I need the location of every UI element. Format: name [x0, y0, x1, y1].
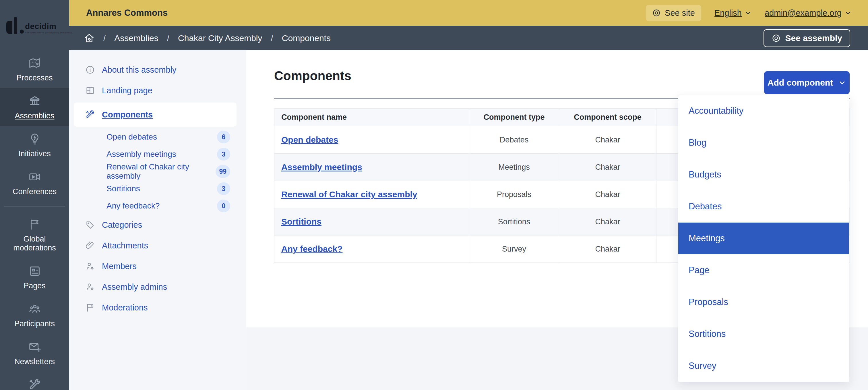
sidebar-item-conferences[interactable]: Conferences: [0, 164, 69, 202]
logo-wordmark: decidim: [25, 22, 72, 30]
see-site-button[interactable]: See site: [646, 5, 701, 21]
flag-icon: [28, 218, 41, 231]
layout-icon: [85, 86, 95, 95]
sidebar-item-participants[interactable]: Participants: [0, 296, 69, 334]
assembly-menu: About this assembly Landing page Compone…: [69, 50, 246, 390]
breadcrumb: / Assemblies / Chakar City Assembly / Co…: [0, 26, 868, 50]
column-header-component-scope: Component scope: [559, 109, 656, 126]
menu-item-categories[interactable]: Categories: [69, 214, 246, 235]
tools-icon: [28, 378, 41, 390]
tools-icon: [85, 110, 95, 119]
topbar: Annares Commons See site English admin@e…: [0, 0, 868, 26]
see-assembly-label: See assembly: [785, 33, 842, 43]
menu-option-accountability[interactable]: Accountability: [678, 95, 849, 127]
add-component-menu: Accountability Blog Budgets Debates Meet…: [678, 95, 849, 382]
decidim-logo-glyph: [6, 17, 25, 34]
sidebar-item-pages[interactable]: Pages: [0, 258, 69, 296]
menu-option-survey[interactable]: Survey: [678, 350, 849, 382]
sidebar-item-initiatives[interactable]: Initiatives: [0, 126, 69, 164]
mail-plus-icon: [28, 340, 41, 354]
flag-icon: [85, 303, 95, 312]
menu-item-assembly-meetings[interactable]: Assembly meetings 3: [69, 146, 246, 163]
map-icon: [28, 57, 41, 70]
add-component-label: Add component: [768, 78, 833, 88]
component-scope: Chakar: [559, 181, 656, 208]
component-scope: Chakar: [559, 154, 656, 181]
home-link[interactable]: [84, 33, 95, 44]
decidim-logo[interactable]: decidim free open-source participatory d…: [0, 0, 69, 37]
component-link-open-debates[interactable]: Open debates: [281, 135, 338, 145]
sidebar-item-newsletters[interactable]: Newsletters: [0, 334, 69, 372]
account-label: admin@example.org: [765, 8, 842, 18]
sidebar-item-settings[interactable]: Settings: [0, 372, 69, 390]
logo-tagline: free open-source participatory democracy: [25, 32, 72, 34]
menu-option-blog[interactable]: Blog: [678, 127, 849, 159]
component-scope: Chakar: [559, 236, 656, 263]
bank-icon: [28, 94, 41, 108]
menu-option-budgets[interactable]: Budgets: [678, 159, 849, 191]
menu-option-meetings[interactable]: Meetings: [678, 222, 849, 254]
sidebar-item-global-moderations[interactable]: Global moderations: [0, 211, 69, 258]
component-scope: Chakar: [559, 126, 656, 154]
menu-item-members[interactable]: Members: [69, 256, 246, 276]
component-scope: Chakar: [559, 208, 656, 236]
menu-item-assembly-admins[interactable]: Assembly admins: [69, 276, 246, 297]
component-type: Sortitions: [469, 208, 559, 236]
menu-option-proposals[interactable]: Proposals: [678, 286, 849, 318]
language-selector[interactable]: English: [714, 8, 751, 18]
count-badge: 0: [217, 200, 230, 212]
paperclip-icon: [85, 241, 95, 250]
home-icon: [84, 33, 95, 44]
breadcrumb-components[interactable]: Components: [282, 33, 331, 43]
chevron-down-icon: [844, 9, 851, 17]
menu-option-page[interactable]: Page: [678, 254, 849, 286]
count-badge: 99: [216, 165, 230, 178]
account-menu[interactable]: admin@example.org: [765, 8, 851, 18]
component-link-sortitions[interactable]: Sortitions: [281, 217, 321, 226]
topbar-actions: See site English admin@example.org: [646, 0, 851, 26]
menu-option-debates[interactable]: Debates: [678, 191, 849, 222]
eye-icon: [772, 34, 781, 43]
people-icon: [28, 302, 41, 316]
main-sidebar: Processes Assemblies Initiatives Confere…: [0, 50, 69, 390]
count-badge: 3: [217, 182, 230, 195]
menu-item-landing-page[interactable]: Landing page: [69, 80, 246, 101]
column-header-component-name: Component name: [274, 109, 469, 126]
menu-item-components[interactable]: Components: [74, 102, 237, 127]
component-type: Debates: [469, 126, 559, 154]
user-gear-icon: [85, 261, 95, 271]
breadcrumb-assembly-name[interactable]: Chakar City Assembly: [178, 33, 262, 43]
menu-item-about-assembly[interactable]: About this assembly: [69, 59, 246, 80]
count-badge: 6: [217, 131, 230, 143]
sidebar-item-assemblies[interactable]: Assemblies: [0, 88, 69, 126]
menu-item-moderations[interactable]: Moderations: [69, 297, 246, 318]
component-link-renewal[interactable]: Renewal of Chakar city assembly: [281, 189, 417, 199]
breadcrumb-assemblies[interactable]: Assemblies: [114, 33, 158, 43]
menu-item-renewal-of-chakar-city-assembly[interactable]: Renewal of Chakar city assembly 99: [69, 163, 246, 180]
menu-item-any-feedback[interactable]: Any feedback? 0: [69, 197, 246, 214]
component-type: Survey: [469, 236, 559, 263]
lightbulb-icon: [28, 132, 41, 146]
column-header-component-type: Component type: [469, 109, 559, 126]
see-site-label: See site: [665, 8, 695, 18]
count-badge: 3: [217, 148, 230, 160]
add-component-button[interactable]: Add component: [764, 71, 849, 94]
tag-icon: [85, 220, 95, 230]
see-assembly-button[interactable]: See assembly: [764, 29, 850, 47]
sidebar-item-processes[interactable]: Processes: [0, 50, 69, 88]
menu-item-sortitions[interactable]: Sortitions 3: [69, 180, 246, 197]
info-icon: [85, 65, 95, 75]
organization-title: Annares Commons: [86, 0, 167, 26]
article-icon: [28, 265, 41, 278]
component-link-assembly-meetings[interactable]: Assembly meetings: [281, 162, 362, 172]
user-gear-icon: [85, 282, 95, 292]
menu-option-sortitions[interactable]: Sortitions: [678, 318, 849, 350]
language-label: English: [714, 8, 742, 18]
component-type: Meetings: [469, 154, 559, 181]
component-link-any-feedback[interactable]: Any feedback?: [281, 244, 342, 253]
menu-item-attachments[interactable]: Attachments: [69, 235, 246, 256]
chevron-down-icon: [838, 79, 846, 87]
eye-icon: [652, 9, 661, 17]
menu-item-open-debates[interactable]: Open debates 6: [69, 128, 246, 146]
chevron-down-icon: [745, 9, 751, 17]
